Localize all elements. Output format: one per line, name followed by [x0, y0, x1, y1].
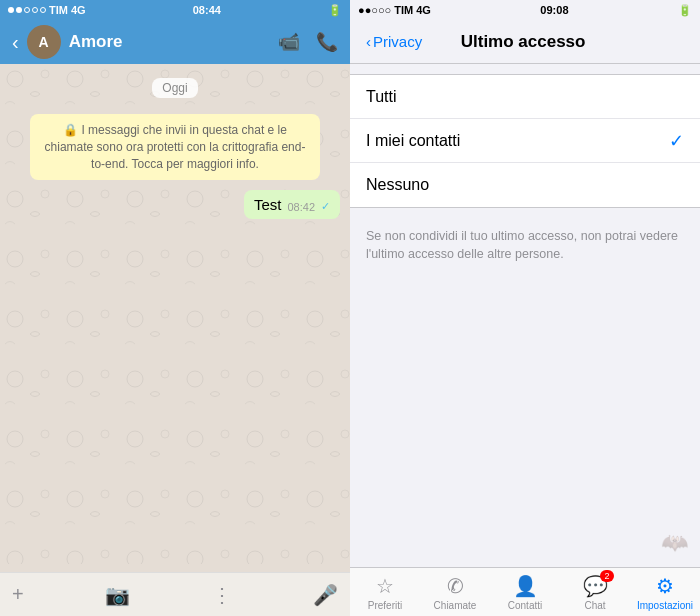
page-title: Ultimo accesso — [422, 32, 624, 52]
signal-right: ●●○○○ TIM 4G — [358, 4, 431, 16]
dots-right: ●●○○○ — [358, 4, 391, 16]
network-right: 4G — [416, 4, 431, 16]
info-text: Se non condividi il tuo ultimo accesso, … — [366, 229, 678, 261]
time-right: 09:08 — [540, 4, 568, 16]
settings-panel: ●●○○○ TIM 4G 09:08 🔋 ‹ Privacy Ultimo ac… — [350, 0, 700, 616]
info-box: Se non condividi il tuo ultimo accesso, … — [350, 218, 700, 273]
battery-right: 🔋 — [678, 4, 692, 17]
back-label: Privacy — [373, 33, 422, 50]
video-call-icon[interactable]: 📹 — [278, 31, 300, 53]
avatar[interactable]: A — [27, 25, 61, 59]
today-label: Oggi — [152, 78, 197, 98]
tab-chat-label: Chat — [584, 600, 605, 611]
message-bubble-out: Test 08:42 ✓ — [244, 190, 340, 219]
back-to-privacy[interactable]: ‹ Privacy — [366, 33, 422, 50]
tab-preferiti[interactable]: ☆ Preferiti — [350, 574, 420, 611]
tab-chiamate[interactable]: ✆ Chiamate — [420, 574, 490, 611]
chat-panel: TIM 4G 08:44 🔋 ‹ A Amore 📹 📞 — [0, 0, 350, 616]
option-nessuno[interactable]: Nessuno — [350, 163, 700, 207]
tab-contatti-label: Contatti — [508, 600, 542, 611]
carrier-right: TIM — [394, 4, 413, 16]
chat-badge: 2 — [600, 570, 613, 582]
carrier-left: TIM — [49, 4, 68, 16]
camera-icon[interactable]: 📷 — [105, 583, 130, 607]
option-tutti[interactable]: Tutti — [350, 75, 700, 119]
encryption-notice[interactable]: 🔒 I messaggi che invii in questa chat e … — [30, 114, 320, 180]
chat-bottom-bar: + 📷 ⋮ 🎤 — [0, 572, 350, 616]
dot2 — [16, 7, 22, 13]
tab-contatti[interactable]: 👤 Contatti — [490, 574, 560, 611]
person-icon: 👤 — [513, 574, 538, 598]
status-bar-left: TIM 4G 08:44 🔋 — [0, 0, 350, 20]
contact-name[interactable]: Amore — [69, 32, 270, 52]
dot3 — [24, 7, 30, 13]
tab-preferiti-label: Preferiti — [368, 600, 402, 611]
phone-icon: ✆ — [447, 574, 464, 598]
battery-left: 🔋 — [328, 4, 342, 17]
option-tutti-label: Tutti — [366, 88, 684, 106]
mic-icon[interactable]: 🎤 — [313, 583, 338, 607]
settings-header: ‹ Privacy Ultimo accesso — [350, 20, 700, 64]
signal-left: TIM 4G — [8, 4, 86, 16]
dot4 — [32, 7, 38, 13]
watermark: 🦇 — [661, 530, 688, 556]
message-time: 08:42 — [287, 201, 315, 213]
chat-content: Oggi 🔒 I messaggi che invii in questa ch… — [0, 64, 350, 227]
status-bar-right: ●●○○○ TIM 4G 09:08 🔋 — [350, 0, 700, 20]
signal-dots — [8, 7, 46, 13]
chat-header: ‹ A Amore 📹 📞 — [0, 20, 350, 64]
settings-icon: ⚙ — [656, 574, 674, 598]
option-miei-contatti-label: I miei contatti — [366, 132, 669, 150]
back-button[interactable]: ‹ — [12, 31, 19, 54]
tab-bar: ☆ Preferiti ✆ Chiamate 👤 Contatti 💬 2 Ch… — [350, 567, 700, 616]
tab-impostazioni-label: Impostazioni — [637, 600, 693, 611]
tab-chat[interactable]: 💬 2 Chat — [560, 574, 630, 611]
message-text: Test — [254, 196, 282, 213]
network-left: 4G — [71, 4, 86, 16]
dot5 — [40, 7, 46, 13]
encryption-text: 🔒 I messaggi che invii in questa chat e … — [45, 123, 306, 171]
option-nessuno-label: Nessuno — [366, 176, 684, 194]
chat-icon-wrap: 💬 2 — [583, 574, 608, 598]
option-miei-contatti[interactable]: I miei contatti ✓ — [350, 119, 700, 163]
dot1 — [8, 7, 14, 13]
privacy-options-list: Tutti I miei contatti ✓ Nessuno — [350, 74, 700, 208]
star-icon: ☆ — [376, 574, 394, 598]
back-chevron-icon: ‹ — [366, 33, 371, 50]
phone-call-icon[interactable]: 📞 — [316, 31, 338, 53]
add-icon[interactable]: + — [12, 583, 24, 606]
tab-chiamate-label: Chiamate — [434, 600, 477, 611]
menu-icon[interactable]: ⋮ — [212, 583, 232, 607]
tab-impostazioni[interactable]: ⚙ Impostazioni — [630, 574, 700, 611]
selected-checkmark-icon: ✓ — [669, 130, 684, 152]
header-icons: 📹 📞 — [278, 31, 338, 53]
message-status: ✓ — [321, 200, 330, 213]
chat-body: Oggi 🔒 I messaggi che invii in questa ch… — [0, 64, 350, 572]
time-left: 08:44 — [193, 4, 221, 16]
